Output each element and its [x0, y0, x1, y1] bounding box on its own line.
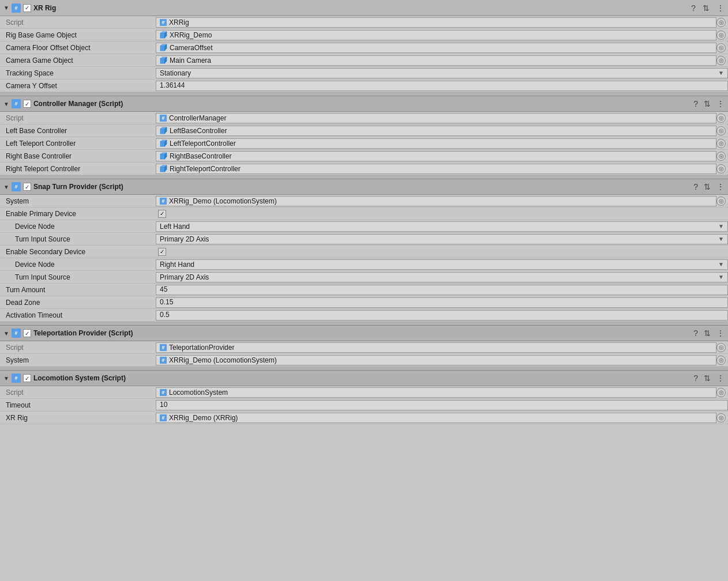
turn-source-secondary-dropdown[interactable]: Primary 2D Axis ▼ — [156, 272, 728, 282]
turn-source-primary-dropdown[interactable]: Primary 2D Axis ▼ — [156, 234, 728, 244]
script-field[interactable]: # XRRig — [156, 17, 716, 28]
prop-value-enable-primary: ✓ — [156, 210, 728, 218]
prop-row-device-node-secondary: Device Node Right Hand ▼ — [0, 258, 728, 271]
ls-xr-rig-target-btn[interactable]: ◎ — [716, 413, 726, 422]
rig-base-field[interactable]: XRRig_Demo — [156, 30, 716, 40]
prop-value-tp-script: # TeleportationProvider ◎ — [156, 342, 728, 353]
tp-help-icon[interactable]: ? — [693, 329, 698, 338]
cube-icon-rig-base — [160, 31, 167, 39]
device-node-secondary-dropdown[interactable]: Right Hand ▼ — [156, 259, 728, 270]
enable-primary-checkbox[interactable]: ✓ — [158, 210, 166, 218]
settings-icon[interactable]: ⇅ — [703, 3, 710, 13]
cm-enabled-checkbox[interactable]: ✓ — [23, 100, 31, 108]
prop-row-camera-obj: Camera Game Object Main Camera ◎ — [0, 54, 728, 67]
cm-help-icon[interactable]: ? — [693, 99, 698, 108]
ls-script-field[interactable]: # LocomotionSystem — [156, 387, 716, 398]
tp-script-field[interactable]: # TeleportationProvider — [156, 342, 716, 353]
camera-offset-field[interactable]: CameraOffset — [156, 43, 716, 53]
snap-turn-header: ▼ # ✓ Snap Turn Provider (Script) ? ⇅ ⋮ — [0, 179, 728, 195]
ls-script-target-btn[interactable]: ◎ — [716, 388, 726, 397]
prop-row-left-teleport: Left Teleport Controller LeftTeleportCon… — [0, 137, 728, 150]
stp-collapse-icon[interactable]: ▼ — [3, 184, 9, 190]
tp-enabled-checkbox[interactable]: ✓ — [23, 329, 31, 337]
camera-y-input[interactable]: 1.36144 — [156, 81, 728, 91]
turn-amount-input[interactable]: 45 — [156, 285, 728, 295]
ls-collapse-icon[interactable]: ▼ — [3, 375, 9, 382]
tp-system-target-btn[interactable]: ◎ — [716, 356, 726, 365]
left-teleport-field[interactable]: LeftTeleportController — [156, 138, 716, 149]
enabled-checkbox[interactable]: ✓ — [23, 4, 31, 12]
cm-script-field[interactable]: # ControllerManager — [156, 113, 716, 123]
ls-settings-icon[interactable]: ⇅ — [704, 373, 711, 383]
tp-more-icon[interactable]: ⋮ — [716, 329, 725, 338]
ls-xr-rig-field[interactable]: # XRRig_Demo (XRRig) — [156, 413, 716, 423]
prop-value-left-base: LeftBaseController ◎ — [156, 126, 728, 136]
right-base-target-btn[interactable]: ◎ — [716, 152, 726, 161]
tp-collapse-icon[interactable]: ▼ — [3, 330, 9, 337]
prop-value-turn-source-secondary: Primary 2D Axis ▼ — [156, 272, 728, 282]
left-teleport-target-btn[interactable]: ◎ — [716, 139, 726, 148]
dead-zone-input[interactable]: 0.15 — [156, 297, 728, 308]
stp-system-hash-icon: # — [160, 198, 167, 205]
stp-more-icon[interactable]: ⋮ — [716, 182, 725, 191]
stp-system-target-btn[interactable]: ◎ — [716, 197, 726, 206]
ls-more-icon[interactable]: ⋮ — [716, 373, 725, 383]
svg-rect-3 — [160, 46, 165, 51]
more-icon[interactable]: ⋮ — [716, 3, 725, 13]
locomotion-system-fields: Script # LocomotionSystem ◎ Timeout 10 X… — [0, 386, 728, 424]
prop-value-activation-timeout: 0.5 — [156, 310, 728, 320]
stp-title: Snap Turn Provider (Script) — [33, 183, 123, 191]
activation-timeout-input[interactable]: 0.5 — [156, 310, 728, 320]
cm-script-target-btn[interactable]: ◎ — [716, 114, 726, 123]
right-teleport-field[interactable]: RightTeleportController — [156, 164, 716, 174]
prop-row-ls-timeout: Timeout 10 — [0, 399, 728, 412]
collapse-arrow-icon[interactable]: ▼ — [3, 5, 9, 11]
prop-label-left-teleport: Left Teleport Controller — [0, 139, 156, 148]
prop-value-ls-xr-rig: # XRRig_Demo (XRRig) ◎ — [156, 413, 728, 423]
right-teleport-target-btn[interactable]: ◎ — [716, 164, 726, 173]
locomotion-system-header: ▼ # ✓ Locomotion System (Script) ? ⇅ ⋮ — [0, 370, 728, 386]
prop-label-camera-offset: Camera Floor Offset Object — [0, 44, 156, 52]
rig-base-target-btn[interactable]: ◎ — [716, 31, 726, 40]
left-base-target-btn[interactable]: ◎ — [716, 126, 726, 135]
enable-secondary-checkbox[interactable]: ✓ — [158, 248, 166, 256]
stp-settings-icon[interactable]: ⇅ — [704, 182, 711, 191]
stp-system-field[interactable]: # XRRig_Demo (LocomotionSystem) — [156, 196, 716, 206]
camera-offset-target-btn[interactable]: ◎ — [716, 43, 726, 52]
prop-value-turn-amount: 45 — [156, 285, 728, 295]
ls-help-icon[interactable]: ? — [693, 373, 698, 383]
cm-settings-icon[interactable]: ⇅ — [704, 99, 711, 108]
cube-icon-camera-offset — [160, 44, 167, 51]
tp-script-target-btn[interactable]: ◎ — [716, 343, 726, 352]
device-node-secondary-value: Right Hand — [160, 261, 718, 269]
left-base-field[interactable]: LeftBaseController — [156, 126, 716, 136]
help-icon[interactable]: ? — [691, 3, 696, 13]
tp-settings-icon[interactable]: ⇅ — [704, 329, 711, 338]
prop-label-right-base: Right Base Controller — [0, 152, 156, 160]
stp-help-icon[interactable]: ? — [693, 182, 698, 191]
camera-obj-field[interactable]: Main Camera — [156, 55, 716, 66]
ls-enabled-checkbox[interactable]: ✓ — [23, 374, 31, 382]
device-node-primary-dropdown[interactable]: Left Hand ▼ — [156, 221, 728, 232]
prop-row-cm-script: Script # ControllerManager ◎ — [0, 112, 728, 124]
left-base-name: LeftBaseController — [170, 127, 227, 135]
prop-row-stp-system: System # XRRig_Demo (LocomotionSystem) ◎ — [0, 195, 728, 207]
prop-value-camera-y: 1.36144 — [156, 81, 728, 91]
script-target-btn[interactable]: ◎ — [716, 18, 726, 27]
camera-obj-target-btn[interactable]: ◎ — [716, 56, 726, 65]
prop-row-right-teleport: Right Teleport Controller RightTeleportC… — [0, 163, 728, 175]
cm-more-icon[interactable]: ⋮ — [716, 99, 725, 108]
right-base-field[interactable]: RightBaseController — [156, 151, 716, 161]
prop-value-left-teleport: LeftTeleportController ◎ — [156, 138, 728, 149]
stp-enabled-checkbox[interactable]: ✓ — [23, 183, 31, 191]
ls-hash-badge: # — [12, 373, 21, 383]
tracking-space-dropdown[interactable]: Stationary ▼ — [156, 68, 728, 78]
turn-source-primary-value: Primary 2D Axis — [160, 235, 718, 243]
tp-system-field[interactable]: # XRRig_Demo (LocomotionSystem) — [156, 355, 716, 365]
prop-row-tp-system: System # XRRig_Demo (LocomotionSystem) ◎ — [0, 354, 728, 367]
prop-row-activation-timeout: Activation Timeout 0.5 — [0, 309, 728, 322]
prop-label-turn-amount: Turn Amount — [0, 286, 156, 294]
svg-rect-18 — [160, 167, 165, 172]
cm-collapse-icon[interactable]: ▼ — [3, 101, 9, 107]
ls-timeout-input[interactable]: 10 — [156, 400, 728, 410]
